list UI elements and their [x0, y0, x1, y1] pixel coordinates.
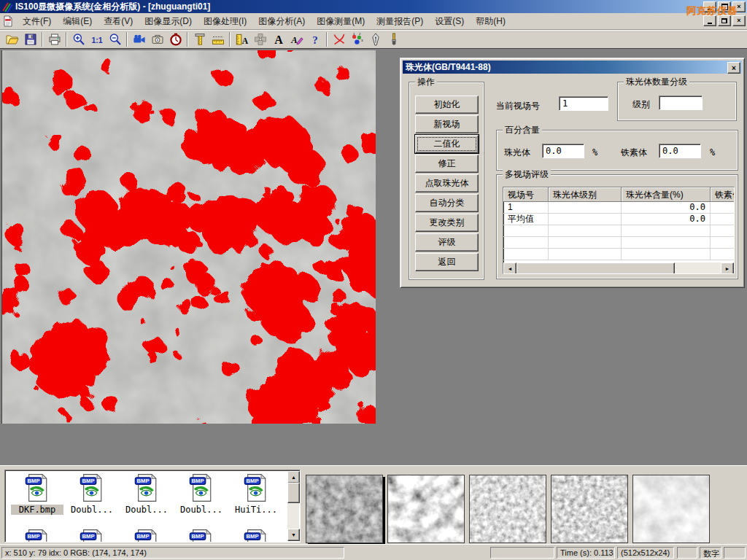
image-thumbnail-0[interactable]	[306, 475, 383, 543]
file-item-clipped[interactable]: BMP	[66, 529, 118, 542]
scroll-down-icon[interactable]: ▼	[287, 529, 300, 541]
table-cell	[549, 249, 622, 260]
metallographic-image[interactable]	[1, 50, 376, 424]
app-logo-icon	[1, 1, 13, 12]
image-thumbnail-1[interactable]	[387, 475, 465, 543]
pearlite-percent-input[interactable]	[542, 144, 584, 158]
zoom-out-icon[interactable]	[106, 31, 124, 47]
measure-text-icon[interactable]: A	[233, 31, 251, 47]
file-item-1[interactable]: BMPDoubl...	[66, 473, 118, 515]
bmp-file-icon: BMP	[80, 494, 104, 505]
scroll-up-icon[interactable]: ▲	[287, 471, 300, 483]
op-button-6[interactable]: 更改类别	[415, 214, 479, 232]
table-cell: 1	[503, 202, 549, 214]
status-image-size: (512x512x24)	[617, 547, 674, 559]
image-thumbnail-4[interactable]	[632, 475, 710, 543]
dialog-close-icon[interactable]: ×	[727, 62, 740, 74]
svg-text:BMP: BMP	[137, 533, 150, 540]
table-horizontal-scrollbar[interactable]: ◄►	[503, 262, 734, 273]
text-icon[interactable]: A	[269, 31, 287, 47]
menu-item-3[interactable]: 图像显示(D)	[139, 14, 198, 29]
menu-item-5[interactable]: 图像分析(A)	[252, 14, 311, 29]
save-icon[interactable]	[21, 31, 39, 47]
table-row[interactable]	[503, 225, 734, 237]
grid-icon[interactable]	[251, 31, 269, 47]
table-row[interactable]	[503, 249, 734, 260]
rating-table[interactable]: 视场号珠光体级别珠光体含量(%)铁素体含量(%)10.0平均值0.0◄►	[503, 187, 735, 274]
help-icon[interactable]: ?	[306, 31, 324, 47]
annotate-icon[interactable]: A	[287, 31, 306, 47]
file-list-scrollbar[interactable]: ▲▼	[287, 471, 299, 541]
ruler-icon[interactable]	[209, 31, 227, 47]
menu-item-1[interactable]: 编辑(E)	[57, 14, 98, 29]
document-icon[interactable]	[2, 15, 14, 27]
file-item-clipped[interactable]: BMP	[11, 529, 63, 542]
pen-icon[interactable]	[366, 31, 384, 47]
menu-item-7[interactable]: 测量报告(P)	[371, 14, 429, 29]
menu-item-4[interactable]: 图像处理(I)	[198, 14, 252, 29]
ferrite-label: 铁素体	[621, 145, 647, 160]
file-name: DKF.bmp	[11, 505, 63, 515]
dialog-title: 珠光体(GB/T9441-88)	[406, 61, 491, 74]
menu-item-8[interactable]: 设置(S)	[429, 14, 470, 29]
table-header: 视场号珠光体级别珠光体含量(%)铁素体含量(%)	[503, 187, 734, 202]
file-panel: BMPDKF.bmpBMPDoubl...BMPDoubl...BMPDoubl…	[0, 465, 747, 545]
op-button-8[interactable]: 返回	[415, 253, 479, 271]
image-thumbnail-3[interactable]	[551, 475, 628, 543]
menu-item-0[interactable]: 文件(F)	[17, 14, 57, 29]
scrollbar-thumb[interactable]	[516, 262, 675, 274]
open-icon[interactable]	[3, 31, 21, 47]
file-item-0[interactable]: BMPDKF.bmp	[11, 473, 63, 515]
level-input[interactable]	[659, 96, 703, 110]
zoom-in-icon[interactable]	[69, 31, 88, 47]
op-button-5[interactable]: 自动分类	[415, 194, 479, 212]
scroll-right-icon[interactable]: ►	[721, 262, 734, 274]
op-button-7[interactable]: 评级	[415, 233, 479, 252]
status-empty-1	[490, 547, 554, 559]
file-list[interactable]: BMPDKF.bmpBMPDoubl...BMPDoubl...BMPDoubl…	[4, 470, 301, 542]
bmp-file-icon: BMP	[134, 494, 159, 505]
menu-item-6[interactable]: 图像测量(M)	[311, 14, 371, 29]
window-title: IS100显微摄像系统(金相分析版) - [zhuguangti01]	[15, 1, 210, 13]
table-row[interactable]: 平均值0.0	[503, 214, 734, 225]
op-button-1[interactable]: 新视场	[415, 115, 479, 133]
print-icon[interactable]	[45, 31, 63, 47]
status-empty-2	[677, 547, 697, 559]
column-header-1: 珠光体级别	[549, 187, 622, 202]
file-item-clipped[interactable]: BMP	[175, 529, 228, 542]
op-button-3[interactable]: 修正	[415, 155, 479, 173]
timer-icon[interactable]	[166, 31, 185, 47]
op-button-0[interactable]: 初始化	[415, 96, 479, 114]
menu-item-2[interactable]: 查看(V)	[98, 14, 139, 29]
current-field-input[interactable]	[559, 96, 608, 111]
caliper-icon[interactable]	[190, 31, 209, 47]
svg-text:BMP: BMP	[192, 478, 204, 484]
file-item-clipped[interactable]: BMP	[230, 529, 282, 542]
table-row[interactable]: 10.0	[503, 202, 734, 214]
op-button-4[interactable]: 点取珠光体	[415, 174, 479, 192]
dialog-title-bar: 珠光体(GB/T9441-88) ×	[403, 61, 742, 74]
scrollbar-thumb[interactable]	[287, 483, 300, 503]
toolbar-separator	[229, 32, 231, 47]
file-item-4[interactable]: BMPHuiTi...	[230, 473, 282, 515]
op-button-2[interactable]: 二值化	[415, 135, 479, 153]
scrollbar-track[interactable]	[675, 262, 721, 273]
ferrite-percent-input[interactable]	[659, 144, 701, 158]
file-item-3[interactable]: BMPDoubl...	[175, 473, 228, 515]
classify-icon[interactable]: 123	[348, 31, 366, 47]
file-item-clipped[interactable]: BMP	[120, 529, 173, 542]
image-thumbnail-2[interactable]	[469, 475, 546, 543]
dialog-body: 操作 初始化新视场二值化修正点取珠光体自动分类更改类别评级返回 当前视场号 珠光…	[403, 74, 742, 285]
snapshot-icon[interactable]	[148, 31, 166, 47]
level-label: 级别	[632, 97, 650, 112]
curve-icon[interactable]	[330, 31, 348, 47]
table-cell	[549, 225, 622, 237]
menu-item-9[interactable]: 帮助(H)	[470, 14, 511, 29]
brush-icon[interactable]	[384, 31, 403, 47]
table-cell	[549, 202, 622, 214]
scroll-left-icon[interactable]: ◄	[503, 262, 516, 274]
table-row[interactable]	[503, 237, 734, 249]
file-item-2[interactable]: BMPDoubl...	[120, 473, 173, 515]
video-capture-icon[interactable]	[130, 31, 148, 47]
actual-size-icon[interactable]: 1:1	[88, 31, 106, 47]
